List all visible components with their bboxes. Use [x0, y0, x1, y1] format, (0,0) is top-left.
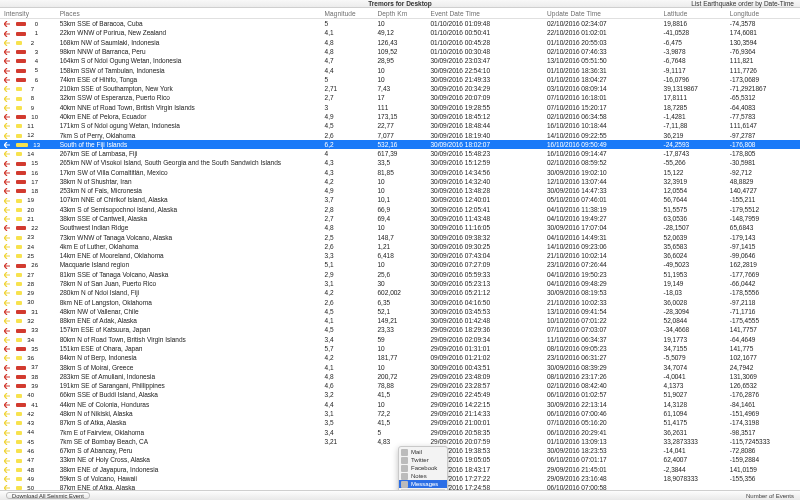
table-row[interactable]: 2514km ENE of Mooreland, Oklahoma3,36,41…	[0, 251, 800, 260]
col-intensity[interactable]: Intensity	[0, 8, 56, 19]
table-row[interactable]: 2878km N of San Juan, Puerto Rico3,13030…	[0, 279, 800, 288]
cell-latitude: -2,3844	[660, 465, 726, 474]
cell-magnitude: 4,2	[321, 288, 374, 297]
table-row[interactable]: 1738km N of Shushtar, Iran4,21030/09/201…	[0, 177, 800, 186]
col-places[interactable]: Places	[56, 8, 321, 19]
table-row[interactable]: 19107km NNE of Chirikof Island, Alaska3,…	[0, 195, 800, 204]
cell-event-datetime: 30/09/2016 04:16:50	[426, 297, 543, 306]
cell-update-datetime: 06/10/2016 07:00:46	[543, 409, 660, 418]
table-row[interactable]: 457km SE of Bombay Beach, CA3,214,8329/0…	[0, 437, 800, 446]
cell-latitude: -17,8743	[660, 149, 726, 158]
table-row[interactable]: 35151km ESE of Ohara, Japan5,71029/09/20…	[0, 344, 800, 353]
table-row[interactable]: 26Macquarie Island region5,11030/09/2016…	[0, 260, 800, 269]
cell-event-datetime: 30/09/2016 22:54:10	[426, 65, 543, 74]
cell-update-datetime: 08/10/2016 23:17:26	[543, 372, 660, 381]
table-row[interactable]: 11171km S of Ndoi ogung Wetan, Indonesia…	[0, 121, 800, 130]
cell-places: 253km N of Fais, Micronesia	[56, 186, 321, 195]
col-event-datetime[interactable]: Event Date Time	[426, 8, 543, 19]
table-row[interactable]: 18253km N of Fais, Micronesia4,91030/09/…	[0, 186, 800, 195]
col-latitude[interactable]: Latitude	[660, 8, 726, 19]
table-row[interactable]: 2168km NW of Saumlaki, Indonesia4,8126,4…	[0, 38, 800, 47]
cell-longitude: 141,775	[726, 344, 800, 353]
menu-item-twitter[interactable]: Twitter	[399, 456, 447, 464]
table-row[interactable]: 122km WNW of Porirua, New Zealand4,149,1…	[0, 28, 800, 37]
col-magnitude[interactable]: Magnitude	[321, 8, 374, 19]
cell-update-datetime: 06/10/2016 20:29:41	[543, 427, 660, 436]
col-depth[interactable]: Depth Km	[373, 8, 426, 19]
table-row[interactable]: 398km NNW of Barranca, Peru4,8109,5201/1…	[0, 47, 800, 56]
cell-event-datetime: 30/09/2016 14:32:40	[426, 177, 543, 186]
table-row[interactable]: 4387km S of Atka, Alaska3,541,529/09/201…	[0, 418, 800, 427]
table-row[interactable]: 13South of the Fiji Islands6,2532,1630/0…	[0, 140, 800, 149]
cell-longitude: -178,805	[726, 149, 800, 158]
table-row[interactable]: 1040km ENE of Pelora, Ecuador4,9173,1530…	[0, 112, 800, 121]
table-row[interactable]: 3288km ENE of Adak, Alaska4,1149,2130/09…	[0, 316, 800, 325]
intensity-bar	[16, 449, 22, 453]
menu-item-messages[interactable]: Messages	[399, 480, 447, 488]
table-row[interactable]: 7210km SSE of Southampton, New York2,717…	[0, 84, 800, 93]
table-row[interactable]: 3148km NW of Vallenar, Chile4,552,130/09…	[0, 307, 800, 316]
table-row[interactable]: 39191km SE of Sarangani, Phillippines4,6…	[0, 381, 800, 390]
cell-update-datetime: 13/10/2016 09:41:54	[543, 307, 660, 316]
table-row[interactable]: 4144km NE of Colonia, Honduras4,41029/09…	[0, 400, 800, 409]
table-row[interactable]: 053km SSE of Baracoa, Cuba51001/10/2016 …	[0, 19, 800, 29]
cell-magnitude	[321, 455, 374, 464]
intensity-arrow-icon	[4, 476, 14, 482]
table-row[interactable]: 4066km SSE of Buddi Island, Alaska3,241,…	[0, 390, 800, 399]
table-row[interactable]: 2373km WNW of Tanaga Volcano, Alaska2,51…	[0, 232, 800, 241]
cell-longitude: -64,4083	[726, 103, 800, 112]
menu-item-facebook[interactable]: Facebook	[399, 464, 447, 472]
cell-latitude: -5,5079	[660, 353, 726, 362]
intensity-bar	[16, 22, 26, 26]
table-row[interactable]: 308km NE of Langston, Oklahoma2,66,3530/…	[0, 297, 800, 306]
download-all-button[interactable]: Download All Seismic Event	[6, 492, 90, 500]
table-row[interactable]: 127km S of Perry, Oklahoma2,67,07730/09/…	[0, 130, 800, 139]
intensity-arrow-icon	[4, 430, 14, 436]
col-longitude[interactable]: Longitude	[726, 8, 800, 19]
table-row[interactable]: 3480km N of Road Town, British Virgin Is…	[0, 335, 800, 344]
table-row[interactable]: 2138km SSE of Cantwell, Alaska2,769,430/…	[0, 214, 800, 223]
table-row[interactable]: 5158km SSW of Tambulan, Indonesia4,41030…	[0, 65, 800, 74]
table-row[interactable]: 674km ESE of Hihifo, Tonga51030/09/2016 …	[0, 75, 800, 84]
table-row[interactable]: 244km E of Luther, Oklahoma2,61,2130/09/…	[0, 242, 800, 251]
cell-update-datetime: 03/10/2016 08:09:14	[543, 84, 660, 93]
table-row[interactable]: 447km E of Fairview, Oklahoma3,4529/09/2…	[0, 427, 800, 436]
cell-update-datetime: 16/10/2016 09:14:47	[543, 149, 660, 158]
cell-places: 38km SSE of Cantwell, Alaska	[56, 214, 321, 223]
menu-item-notes[interactable]: Notes	[399, 472, 447, 480]
table-row[interactable]: 940km NNE of Road Town, British Virgin I…	[0, 103, 800, 112]
intensity-arrow-icon	[4, 346, 14, 352]
intensity-arrow-icon	[4, 40, 14, 46]
table-row[interactable]: 2043km S of Semisopochnoi Island, Alaska…	[0, 205, 800, 214]
table-row[interactable]: 22Southwest Indian Ridge4,81030/09/2016 …	[0, 223, 800, 232]
cell-depth: 5	[373, 427, 426, 436]
table-row[interactable]: 4248km N of Nikiski, Alaska3,172,229/09/…	[0, 409, 800, 418]
menu-item-mail[interactable]: Mail	[399, 448, 447, 456]
cell-magnitude: 4,8	[321, 223, 374, 232]
statusbar: Download All Seismic Event Number of Eve…	[0, 490, 800, 500]
table-row[interactable]: 1617km SW of Villa Comaltitlán, Mexico4,…	[0, 168, 800, 177]
cell-magnitude: 4,5	[321, 307, 374, 316]
row-rank: 12	[24, 132, 34, 138]
cell-latitude: -7,11,88	[660, 121, 726, 130]
table-row[interactable]: 14267km SE of Lambasa, Fiji4617,3930/09/…	[0, 149, 800, 158]
intensity-arrow-icon	[4, 216, 14, 222]
table-row[interactable]: 832km SSW of Esperanza, Puerto Rico2,717…	[0, 93, 800, 102]
table-row[interactable]: 3684km N of Berp, Indonesia4,2181,7709/0…	[0, 353, 800, 362]
table-row[interactable]: 29280km N of Ndoi Island, Fiji4,2602,002…	[0, 288, 800, 297]
table-row[interactable]: 3738km S of Moirai, Greece4,11030/09/201…	[0, 362, 800, 371]
table-row[interactable]: 2781km SSE of Tanaga Volcano, Alaska2,92…	[0, 270, 800, 279]
cell-places: 33km NE of Holy Cross, Alaska	[56, 455, 321, 464]
table-row[interactable]: 4164km S of Ndoi Ogung Wetan, Indonesia4…	[0, 56, 800, 65]
cell-places: 158km SSW of Tambulan, Indonesia	[56, 65, 321, 74]
col-update-datetime[interactable]: Update Date Time	[543, 8, 660, 19]
table-row[interactable]: 33157km ESE of Katsuura, Japan4,523,3329…	[0, 325, 800, 334]
cell-places: 267km SE of Lambasa, Fiji	[56, 149, 321, 158]
intensity-arrow-icon	[4, 272, 14, 278]
row-rank: 23	[24, 234, 34, 240]
table-row[interactable]: 15265km NW of Visokoi Island, South Geor…	[0, 158, 800, 167]
table-row[interactable]: 38283km SE of Amuliani, Indonesia4,8200,…	[0, 372, 800, 381]
intensity-bar	[16, 97, 22, 101]
cell-update-datetime: 07/10/2016 15:20:17	[543, 103, 660, 112]
cell-longitude: -92,712	[726, 168, 800, 177]
